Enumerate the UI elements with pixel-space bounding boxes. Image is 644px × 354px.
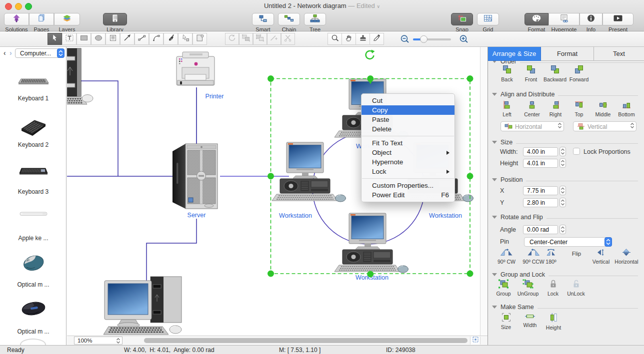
group-button[interactable]: Group	[491, 279, 516, 297]
order-back-button[interactable]: Back	[494, 65, 520, 82]
distribute-horizontal-dropdown[interactable]: Horizontal	[500, 121, 564, 131]
hypernote-button[interactable]	[548, 13, 580, 25]
make-same-size-button[interactable]: Size	[494, 313, 518, 330]
pin-dropdown[interactable]: Center-Center	[524, 237, 612, 247]
angle-stepper[interactable]	[560, 225, 566, 236]
x-stepper[interactable]	[560, 186, 566, 197]
shape-thumbnail-mouse-dark[interactable]	[0, 299, 66, 318]
menu-item-power-edit[interactable]: Power EditF6	[362, 190, 454, 200]
rotation-handle-icon[interactable]	[366, 50, 375, 59]
library-dropdown[interactable]: Computer...	[15, 48, 64, 58]
layers-button[interactable]	[54, 13, 80, 25]
angle-input[interactable]: 0.00 rad	[523, 225, 558, 234]
library-button[interactable]	[103, 13, 127, 25]
library-forward-button[interactable]: ›	[10, 49, 12, 57]
order-forward-button[interactable]: Forward	[565, 65, 593, 82]
menu-item-copy[interactable]: Copy	[362, 105, 454, 115]
disclosure-triangle-icon[interactable]	[492, 141, 497, 144]
node-server[interactable]	[172, 144, 218, 209]
text-tool[interactable]	[62, 33, 76, 45]
node-desktop-pc-partial[interactable]	[67, 48, 93, 104]
zoom-level-field[interactable]: 100%	[74, 337, 122, 345]
fit-page-button[interactable]	[470, 337, 480, 345]
arrow-tool[interactable]	[120, 33, 134, 45]
x-input[interactable]: 7.75 in	[523, 186, 558, 195]
disclosure-triangle-icon[interactable]	[492, 273, 497, 276]
pin-dropdown-stepper-icon[interactable]	[604, 237, 612, 249]
node-workstation[interactable]	[272, 142, 346, 202]
disclosure-triangle-icon[interactable]	[492, 306, 497, 309]
node-printer[interactable]	[176, 52, 214, 85]
height-input[interactable]: 4.01 in	[523, 159, 558, 168]
ellipse-tool[interactable]	[91, 33, 106, 45]
menu-item-custom-properties[interactable]: Custom Properties...	[362, 181, 454, 190]
rotate-180-button[interactable]: 180º	[540, 248, 562, 265]
menu-item-fit-to-text[interactable]: Fit To Text	[362, 138, 454, 148]
tab-arrange-size[interactable]: Arrange & Size	[488, 47, 541, 61]
rotate-90cw-button[interactable]: 90º CW	[492, 248, 520, 265]
menu-item-object[interactable]: Object	[362, 148, 454, 157]
menu-item-delete[interactable]: Delete	[362, 124, 454, 134]
disclosure-triangle-icon[interactable]	[492, 61, 497, 63]
node-edit-tool[interactable]	[178, 33, 192, 45]
lock-proportions-checkbox[interactable]	[573, 148, 580, 155]
disclosure-triangle-icon[interactable]	[492, 93, 497, 96]
text-block-tool[interactable]	[106, 33, 120, 45]
library-dropdown-stepper-icon[interactable]	[57, 48, 64, 59]
menu-item-paste[interactable]: Paste	[362, 115, 454, 124]
find-tool[interactable]	[328, 33, 342, 45]
align-bottom-button[interactable]: Bottom	[614, 100, 638, 117]
disclosure-triangle-icon[interactable]	[492, 216, 497, 219]
shape-thumbnail-keyboard-dark[interactable]	[0, 165, 66, 177]
width-input[interactable]: 4.00 in	[523, 147, 558, 156]
vertical-scrollbar[interactable]	[480, 47, 488, 336]
line-tool[interactable]	[134, 33, 149, 45]
pointer-tool[interactable]	[48, 33, 62, 45]
format-button[interactable]	[524, 13, 548, 25]
zoom-slider-knob[interactable]	[420, 35, 428, 43]
align-right-button[interactable]: Right	[544, 100, 568, 117]
menu-item-hypernote[interactable]: Hypernote	[362, 157, 454, 167]
zoom-level-stepper-icon[interactable]	[116, 337, 121, 346]
y-input[interactable]: 2.80 in	[523, 198, 558, 207]
smart-button[interactable]	[252, 13, 274, 25]
align-top-button[interactable]: Top	[567, 100, 591, 117]
horizontal-scrollbar-thumb[interactable]	[144, 338, 468, 343]
zoom-out-icon[interactable]	[400, 34, 410, 45]
make-same-width-button[interactable]: Width	[518, 313, 542, 328]
pen-tool[interactable]	[164, 33, 178, 45]
align-middle-button[interactable]: Middle	[591, 100, 615, 117]
tab-format[interactable]: Format	[541, 47, 594, 61]
zoom-in-icon[interactable]	[459, 34, 468, 45]
distribute-vertical-dropdown[interactable]: Vertical	[573, 121, 636, 131]
node-workstation[interactable]	[334, 213, 408, 273]
stamp-tool[interactable]	[356, 33, 370, 45]
grid-button[interactable]	[477, 13, 499, 25]
disclosure-triangle-icon[interactable]	[492, 178, 497, 181]
menu-item-cut[interactable]: Cut	[362, 96, 454, 105]
info-button[interactable]	[580, 13, 602, 25]
ungroup-button[interactable]: UnGroup	[516, 279, 540, 297]
flip-vertical-button[interactable]: Vertical	[587, 248, 615, 265]
make-same-height-button[interactable]: Height	[541, 313, 566, 331]
menu-item-lock[interactable]: Lock	[362, 167, 454, 176]
horizontal-scrollbar[interactable]: 100%	[67, 336, 488, 345]
page-tool[interactable]	[192, 33, 207, 45]
align-left-button[interactable]: Left	[495, 100, 519, 117]
y-stepper[interactable]	[560, 198, 566, 209]
snap-button[interactable]	[451, 13, 473, 25]
shape-thumbnail-mouse-teal[interactable]	[0, 250, 66, 274]
shape-thumbnail-keyboard-slim[interactable]	[0, 211, 66, 217]
node-desktop-pc[interactable]	[104, 277, 182, 335]
shape-thumbnail-keyboard-flat[interactable]	[0, 76, 66, 86]
tab-text[interactable]: Text	[594, 47, 644, 61]
pages-button[interactable]	[29, 13, 54, 25]
curve-tool[interactable]	[149, 33, 164, 45]
present-button[interactable]	[602, 13, 634, 25]
align-center-button[interactable]: Center	[520, 100, 544, 117]
order-front-button[interactable]: Front	[518, 65, 544, 82]
flip-horizontal-button[interactable]: Horizontal	[612, 248, 642, 265]
chain-button[interactable]	[278, 13, 300, 25]
solutions-button[interactable]	[4, 13, 29, 25]
pan-tool[interactable]	[342, 33, 356, 45]
